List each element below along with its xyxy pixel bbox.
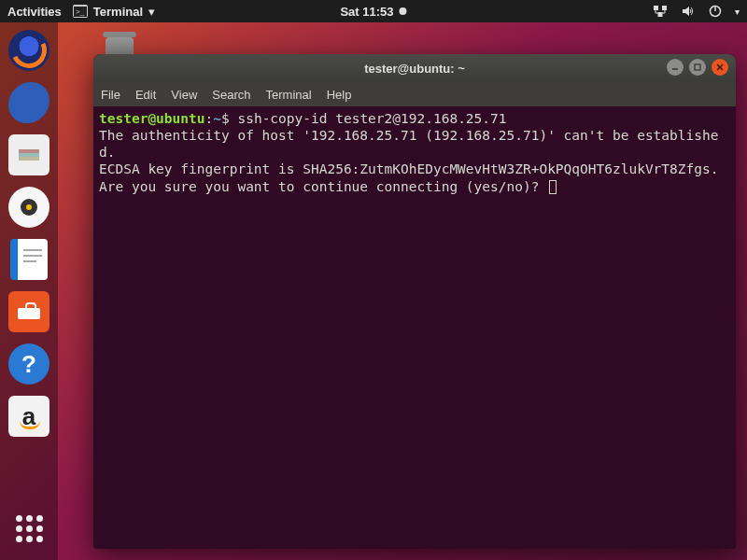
window-minimize-button[interactable] (667, 59, 684, 76)
system-menu-arrow-icon[interactable]: ▾ (735, 7, 740, 17)
network-icon[interactable] (653, 5, 668, 18)
firefox-icon (8, 30, 49, 71)
terminal-content[interactable]: tester@ubuntu:~$ ssh-copy-id tester2@192… (93, 106, 736, 549)
dock-help[interactable]: ? (7, 342, 51, 386)
help-icon: ? (8, 343, 49, 385)
svg-rect-8 (19, 149, 39, 153)
dock-rhythmbox[interactable] (7, 185, 51, 230)
files-icon (8, 134, 49, 175)
svg-rect-3 (654, 6, 658, 10)
dock-writer[interactable] (7, 237, 51, 282)
svg-rect-10 (19, 157, 39, 161)
terminal-menubar: File Edit View Search Terminal Help (93, 82, 736, 106)
command-text: ssh-copy-id tester2@192.168.25.71 (237, 111, 506, 126)
prompt-user: tester@ubuntu (99, 111, 205, 126)
terminal-window: tester@ubuntu: ~ File Edit View Search T… (93, 54, 736, 549)
activities-button[interactable]: Activities (7, 5, 62, 19)
dock-ubuntu-software[interactable] (7, 289, 51, 334)
svg-rect-17 (695, 64, 700, 70)
window-titlebar[interactable]: tester@ubuntu: ~ (93, 54, 736, 82)
amazon-icon: a (8, 396, 49, 437)
prompt-path: ~ (213, 111, 221, 126)
menu-file[interactable]: File (101, 88, 120, 102)
window-maximize-button[interactable] (689, 59, 706, 76)
ubuntu-software-icon (8, 291, 49, 332)
menu-terminal[interactable]: Terminal (266, 88, 312, 102)
terminal-icon: >_ (73, 5, 88, 18)
svg-point-12 (26, 204, 32, 210)
menu-edit[interactable]: Edit (135, 88, 156, 102)
svg-rect-4 (662, 6, 667, 10)
menu-view[interactable]: View (171, 88, 197, 102)
active-app-indicator[interactable]: >_ Terminal ▾ (73, 5, 155, 19)
svg-text:>_: >_ (76, 7, 85, 16)
menu-search[interactable]: Search (212, 88, 250, 102)
window-close-button[interactable] (712, 59, 728, 76)
recording-indicator-icon (400, 7, 407, 15)
menu-help[interactable]: Help (327, 88, 352, 102)
clock[interactable]: Sat 11:53 (340, 5, 406, 19)
terminal-cursor (549, 180, 557, 194)
libreoffice-writer-icon (10, 239, 48, 280)
dock-thunderbird[interactable] (7, 80, 51, 125)
show-applications-button[interactable] (7, 506, 51, 551)
dock-firefox[interactable] (7, 28, 51, 73)
launcher-dock: ? a (0, 22, 58, 560)
output-line: ECDSA key fingerprint is SHA256:ZutmKOhE… (99, 161, 718, 176)
thunderbird-icon (8, 80, 49, 126)
svg-rect-9 (19, 153, 39, 157)
gnome-topbar: Activities >_ Terminal ▾ Sat 11:53 ▾ (0, 0, 747, 22)
apps-grid-icon (16, 515, 43, 542)
dock-files[interactable] (7, 133, 51, 177)
power-icon[interactable] (709, 5, 722, 18)
window-title: tester@ubuntu: ~ (364, 62, 465, 76)
volume-icon[interactable] (681, 5, 696, 18)
app-menu-arrow-icon: ▾ (148, 5, 155, 19)
output-line: Are you sure you want to continue connec… (99, 179, 547, 194)
dock-amazon[interactable]: a (7, 394, 51, 439)
rhythmbox-icon (8, 187, 49, 228)
output-line: The authenticity of host '192.168.25.71 … (99, 128, 718, 160)
